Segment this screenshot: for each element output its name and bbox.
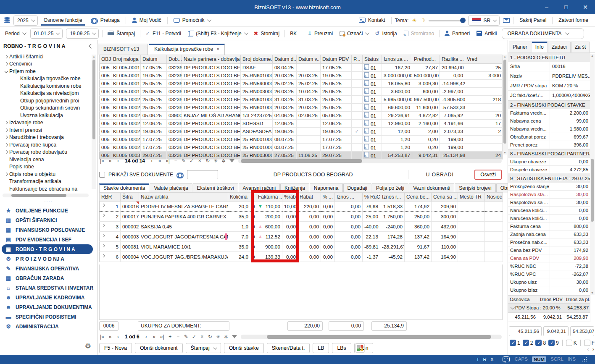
column-header[interactable]: Iznos za ... [382, 55, 412, 64]
menu-pretraga[interactable]: Pretraga [88, 15, 122, 26]
tree-expand-icon[interactable] [5, 128, 8, 132]
tree-expand-icon[interactable] [5, 62, 8, 65]
tree-item[interactable]: Artikli i šifarnici [0, 53, 97, 60]
pager-edit-button[interactable] [182, 158, 186, 164]
action-button[interactable]: LB [313, 343, 329, 353]
document-row[interactable]: 005 KL005-00022 25.05.25 03236 DP PRODUC… [100, 104, 503, 112]
pager-next-button[interactable] [144, 334, 148, 340]
date-to-select[interactable]: 19.09.25 [66, 29, 99, 39]
checkbox-icon[interactable] [523, 340, 529, 346]
tree-item[interactable]: Povraćaj robe kupca [0, 141, 97, 149]
panel-tab[interactable]: Za št [571, 42, 590, 52]
pager-last-button[interactable] [160, 334, 164, 340]
show-all-documents-checkbox[interactable] [99, 172, 105, 178]
document-row[interactable]: 005 KL005-00019 25.05.25 03236 DP PRODUC… [100, 88, 503, 96]
column-header[interactable]: Prethod... [412, 55, 440, 64]
period-select[interactable]: Period [3, 29, 27, 38]
column-header[interactable]: Vred [465, 55, 503, 64]
document-row[interactable]: 005 KL005-00024 12.06.25 03236 DP PRODUC… [100, 120, 503, 128]
pager-post-button[interactable] [192, 334, 196, 340]
document-row[interactable]: 005 KL005-00013 17.05.25 03236 DP PRODUC… [100, 64, 503, 72]
theme-slider[interactable] [429, 20, 465, 21]
detail-tab[interactable]: Napomena [310, 183, 343, 193]
document-row[interactable]: 005 KL005-00029 17.07.25 03236 DP PRODUC… [100, 144, 503, 152]
tree-expand-icon[interactable] [5, 150, 8, 154]
detail-tab[interactable]: Vezni dokumenti [409, 183, 454, 193]
column-header[interactable]: Broj dokume... [241, 55, 273, 64]
column-header[interactable]: Cena be... [405, 193, 432, 202]
filter-checkbox[interactable]: 2 [523, 340, 533, 346]
checkbox-icon[interactable] [584, 340, 590, 346]
panel-tab[interactable]: Info [532, 42, 548, 52]
column-header[interactable]: Iznos r... [380, 193, 405, 202]
column-header[interactable]: Nosioc [485, 193, 503, 202]
column-header[interactable]: Mesto TR [458, 193, 485, 202]
detail-tab[interactable]: Serijski brojevi [455, 183, 495, 193]
tree-item[interactable]: Kalkulacija komisione robe [0, 82, 97, 90]
detail-tab[interactable]: Stavke dokumenta [99, 183, 149, 193]
menu-kontakt[interactable]: Kontakt [356, 15, 388, 26]
scroll-down-icon[interactable]: ▼ [591, 291, 594, 294]
menu-pomocnik[interactable]: Pomoćnik [171, 15, 213, 26]
documents-horizontal-scrollbar[interactable] [238, 159, 502, 163]
tree-item[interactable]: Otkup poljoprivrednih proi [0, 97, 97, 105]
sidebar-module[interactable]: ⚙ P R O I Z V O D NJ A [0, 254, 97, 264]
settings-gear-icon[interactable]: ⚙ [85, 342, 91, 351]
item-row[interactable]: 5 000081 VIOL MARAMICE 10/1 35,0 0 900,0… [100, 242, 503, 252]
tree-expand-icon[interactable] [5, 173, 8, 176]
checkbox-icon[interactable] [535, 340, 542, 346]
column-header[interactable]: Datum PDV [321, 55, 352, 64]
filter-checkbox[interactable]: 1 [510, 340, 520, 346]
bk-button[interactable]: BK [288, 29, 298, 38]
column-header[interactable]: OBJ [100, 55, 111, 64]
column-header[interactable]: Naziv partnera - dobavljača [182, 55, 241, 64]
filter-checkbox[interactable]: K [562, 340, 577, 346]
detail-tab[interactable]: Avansni računi [239, 183, 280, 193]
history-button[interactable]: ↺Istorija [373, 29, 398, 38]
document-search-input[interactable] [187, 170, 218, 179]
download-button[interactable]: ⇓Preuzmi [305, 29, 334, 38]
partners-button[interactable]: Partneri [443, 29, 471, 38]
column-header[interactable]: Fakturna ... [256, 193, 282, 202]
slider-knob[interactable] [460, 18, 466, 23]
column-header[interactable]: P... [352, 55, 363, 64]
column-header[interactable]: Datum v... [297, 55, 321, 64]
pdv-col-iznos[interactable]: Iznos PDV [538, 296, 564, 303]
pager-refresh-button[interactable] [205, 158, 210, 164]
item-row[interactable]: 6 000004 VOC.JOGURT JAG./BRES./MARAKUJA … [100, 252, 503, 262]
sidebar-module[interactable]: ▤ PDV EVIDENCIJA I SEF [0, 235, 97, 244]
tree-item[interactable]: Fakturisanje bez obračuna na [0, 185, 97, 193]
pager-first-button[interactable] [100, 334, 104, 340]
sidebar-module[interactable]: ★ OMILJENE FUNKCIJE [0, 206, 97, 215]
collapse-group-icon[interactable] [511, 305, 515, 309]
pager-refresh-button[interactable] [208, 334, 212, 340]
date-from-select[interactable]: 01.01.25 [30, 29, 63, 39]
pager-last-button[interactable] [166, 158, 170, 164]
filter-checkbox[interactable]: F [580, 340, 595, 346]
pager-fast-next-button[interactable] [158, 158, 162, 164]
detail-tab[interactable]: Valute plaćanja [150, 183, 192, 193]
column-header[interactable]: % ... [321, 193, 335, 202]
filter-checkbox[interactable]: 8 [535, 340, 546, 346]
tree-item[interactable]: Prijem robe [0, 68, 97, 75]
column-header[interactable]: % RuC [363, 193, 380, 202]
tree-item[interactable]: Narudžbine i trebovanja [0, 134, 97, 141]
tree-item[interactable]: Transformacije artikala [0, 178, 97, 186]
pager-goto-bookmark-button[interactable] [221, 158, 226, 164]
action-button[interactable]: LBs [332, 343, 351, 353]
column-header[interactable]: Dob... [167, 55, 182, 64]
action-button[interactable]: Obriši dokument [135, 343, 183, 353]
item-row[interactable]: 2 000017 PUNJENA PAPRIKA 400 GR CARNEX F… [100, 212, 503, 222]
action-button[interactable]: F5 - Nova [99, 343, 132, 353]
scroll-up-icon[interactable]: ▲ [503, 55, 506, 58]
column-header[interactable]: Rabat [298, 193, 321, 202]
item-row[interactable]: 1 000016 PDDRELIV MESNI ZA SPAGETE CARNE… [100, 202, 503, 212]
sidebar-module[interactable]: ⌂ STALNA SREDSTVA I INVENTAR [0, 283, 97, 293]
sidebar-module[interactable]: ☻ UPRAVLJANJE KADROVIMA [0, 293, 97, 302]
sun-icon[interactable]: ☀ [412, 18, 417, 23]
hide-panel-button[interactable]: Sakrij Panel [517, 15, 549, 26]
year-select[interactable]: 2025 [13, 16, 38, 26]
column-header[interactable] [250, 193, 256, 202]
pdv-col-zaplacanje[interactable]: Iznos za pl... [564, 296, 590, 303]
pager-first-button[interactable] [100, 158, 104, 164]
